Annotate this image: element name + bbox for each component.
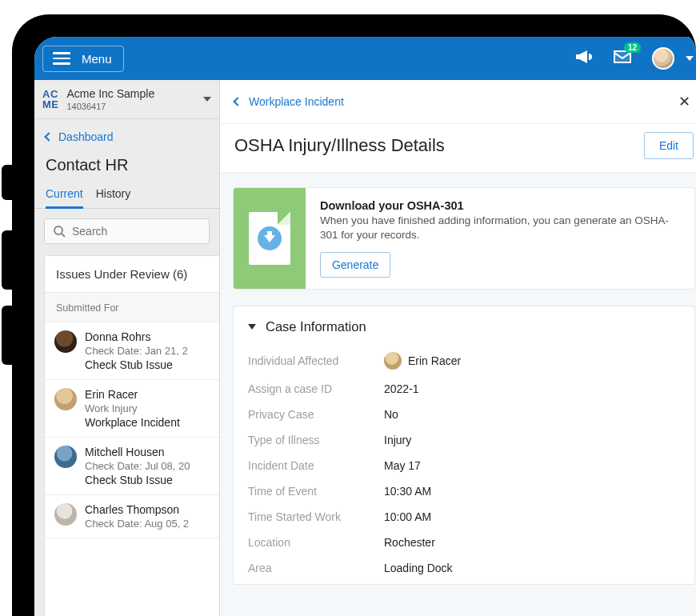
field-row: Type of Illness Injury <box>248 427 680 453</box>
generate-button[interactable]: Generate <box>320 252 390 278</box>
tablet-frame: Menu 12 ACME <box>12 14 696 616</box>
issue-type: Workplace Incident <box>85 416 180 429</box>
field-row: Area Loading Dock <box>248 555 680 581</box>
profile-avatar[interactable] <box>652 47 674 70</box>
org-name: Acme Inc Sample <box>67 87 155 100</box>
breadcrumb-back[interactable]: Workplace Incident <box>234 95 344 108</box>
field-row: Incident Date May 17 <box>248 453 680 478</box>
topbar: Menu 12 <box>34 37 696 80</box>
field-value: 10:30 AM <box>384 485 431 498</box>
field-value: 2022-1 <box>384 382 419 395</box>
inbox-badge: 12 <box>624 42 641 53</box>
issue-type: Check Stub Issue <box>85 358 188 371</box>
field-value: Injury <box>384 434 411 446</box>
back-label: Dashboard <box>58 130 114 143</box>
field-row: Assign a case ID 2022-1 <box>248 376 680 402</box>
menu-button[interactable]: Menu <box>42 46 124 72</box>
field-value: May 17 <box>384 459 421 472</box>
list-item[interactable]: Erin Racer Work Injury Workplace Inciden… <box>45 380 219 438</box>
profile-caret-icon[interactable] <box>686 56 694 61</box>
org-logo: ACME <box>42 89 59 110</box>
avatar <box>54 388 77 410</box>
field-label: Individual Affected <box>248 354 384 367</box>
field-row: Time of Event 10:30 AM <box>248 478 680 504</box>
field-label: Location <box>248 536 384 549</box>
screen: Menu 12 ACME <box>34 37 696 616</box>
case-information-section: Case Information Individual Affected Eri… <box>233 306 695 585</box>
list-item[interactable]: Mitchell Housen Check Date: Jul 08, 20 C… <box>45 438 219 495</box>
issues-list-title: Issues Under Review (6) <box>45 256 219 293</box>
avatar <box>54 330 77 353</box>
breadcrumb-bar: Workplace Incident ✕ <box>220 80 696 124</box>
field-label: Incident Date <box>248 459 384 472</box>
issues-list: Issues Under Review (6) Submitted For Do… <box>44 255 219 616</box>
menu-label: Menu <box>82 52 112 66</box>
person-avatar-icon <box>384 352 402 370</box>
field-label: Time of Event <box>248 485 384 498</box>
promo-text: When you have finished adding informatio… <box>320 214 680 242</box>
field-label: Privacy Case <box>248 408 384 421</box>
org-id: 14036417 <box>67 102 155 111</box>
field-label: Assign a case ID <box>248 382 384 395</box>
document-download-icon <box>249 212 290 265</box>
collapse-caret-icon <box>248 324 256 330</box>
hamburger-icon <box>53 52 70 65</box>
issue-meta: Check Date: Aug 05, 2 <box>85 518 189 530</box>
tab-current[interactable]: Current <box>46 182 83 209</box>
issue-name: Donna Rohrs <box>85 330 188 343</box>
field-label: Area <box>248 562 384 574</box>
issues-subhead: Submitted For <box>45 293 219 322</box>
list-item[interactable]: Donna Rohrs Check Date: Jan 21, 2 Check … <box>45 322 219 380</box>
main-panel: Workplace Incident ✕ OSHA Injury/Illness… <box>220 80 696 616</box>
promo-title: Download your OSHA-301 <box>320 199 680 212</box>
download-osha-card: Download your OSHA-301 When you have fin… <box>233 187 695 290</box>
topbar-right: 12 <box>574 47 694 70</box>
org-switcher[interactable]: ACME Acme Inc Sample 14036417 <box>34 80 219 119</box>
inbox-icon[interactable]: 12 <box>612 49 633 68</box>
field-value: Loading Dock <box>384 562 453 574</box>
field-value: Rochester <box>384 536 435 549</box>
tab-history[interactable]: History <box>96 182 131 208</box>
avatar <box>54 446 77 468</box>
app-body: ACME Acme Inc Sample 14036417 Dashboard … <box>34 80 696 616</box>
search-icon <box>53 225 66 238</box>
section-title: Case Information <box>266 319 366 334</box>
issue-name: Charles Thompson <box>85 503 189 516</box>
search-wrap <box>34 209 219 255</box>
list-item[interactable]: Charles Thompson Check Date: Aug 05, 2 <box>45 495 219 538</box>
breadcrumb-label: Workplace Incident <box>249 95 344 108</box>
edit-button[interactable]: Edit <box>644 132 694 159</box>
svg-line-1 <box>62 234 65 237</box>
field-row: Time Started Work 10:00 AM <box>248 504 680 530</box>
issue-meta: Check Date: Jul 08, 20 <box>85 460 190 472</box>
search-field[interactable] <box>44 218 210 244</box>
issue-name: Mitchell Housen <box>85 446 190 458</box>
back-to-dashboard[interactable]: Dashboard <box>34 119 219 153</box>
issue-name: Erin Racer <box>85 388 180 401</box>
avatar <box>54 503 77 526</box>
announcements-icon[interactable] <box>574 48 593 69</box>
download-illustration <box>234 188 306 289</box>
field-value: 10:00 AM <box>384 510 431 523</box>
search-input[interactable] <box>72 225 201 238</box>
issue-type: Check Stub Issue <box>85 474 190 486</box>
field-label: Time Started Work <box>248 510 384 523</box>
sidebar-title: Contact HR <box>34 153 219 182</box>
svg-point-0 <box>54 226 62 234</box>
field-value: Erin Racer <box>384 352 461 370</box>
issue-meta: Work Injury <box>85 402 180 414</box>
title-bar: OSHA Injury/Illness Details Edit <box>220 124 696 173</box>
close-button[interactable]: ✕ <box>675 90 694 114</box>
page-title: OSHA Injury/Illness Details <box>234 135 445 156</box>
field-row: Privacy Case No <box>248 402 680 427</box>
field-row: Location Rochester <box>248 530 680 555</box>
sidebar: ACME Acme Inc Sample 14036417 Dashboard … <box>34 80 220 616</box>
sidebar-tabs: Current History <box>34 182 219 209</box>
field-value: No <box>384 408 398 421</box>
field-row: Individual Affected Erin Racer <box>248 346 680 376</box>
section-toggle[interactable]: Case Information <box>248 319 680 334</box>
chevron-left-icon <box>233 97 242 106</box>
field-label: Type of Illness <box>248 434 384 446</box>
chevron-down-icon <box>203 97 211 102</box>
chevron-left-icon <box>44 132 53 141</box>
